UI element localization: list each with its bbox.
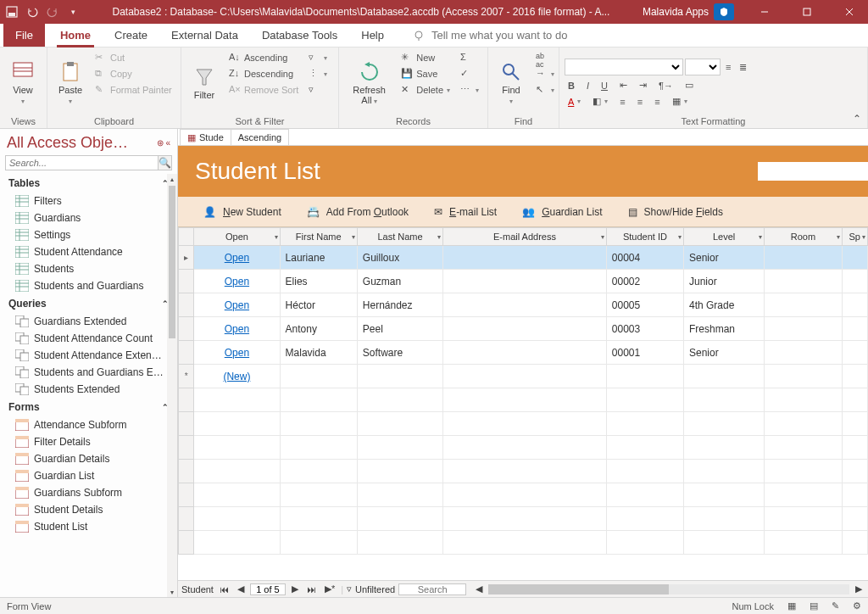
row-selector[interactable] [179, 317, 194, 341]
open-link[interactable]: Open [225, 252, 249, 264]
recnav-search-input[interactable] [398, 583, 466, 595]
recnav-first-button[interactable]: ⏮ [217, 584, 231, 594]
format-painter-button[interactable]: ✎Format Painter [92, 83, 175, 97]
column-header[interactable]: Student ID▾ [606, 228, 683, 246]
open-link[interactable]: Open [225, 347, 249, 359]
nav-item[interactable]: Guardians Extended [0, 313, 177, 330]
view-form-icon[interactable]: ▦ [787, 600, 796, 611]
nav-item[interactable]: Student Details [0, 501, 177, 518]
scroll-up-icon[interactable]: ▴ [169, 174, 175, 184]
row-selector[interactable] [179, 293, 194, 317]
hscroll-left-button[interactable]: ◀ [473, 583, 485, 594]
remove-sort-button[interactable]: A×Remove Sort [225, 83, 302, 97]
view-design-icon[interactable]: ⚙ [853, 600, 861, 611]
hscroll-track[interactable] [488, 584, 849, 594]
gridlines-button[interactable]: ▦▾ [669, 95, 691, 108]
open-link[interactable]: Open [225, 299, 249, 311]
column-header[interactable]: Last Name▾ [357, 228, 442, 246]
row-selector[interactable]: * [179, 365, 194, 388]
column-header[interactable]: First Name▾ [280, 228, 357, 246]
table-row[interactable]: ▸OpenLaurianeGuilloux00004Senior [179, 246, 868, 270]
recnav-position-input[interactable] [250, 583, 286, 595]
open-link[interactable]: Open [225, 323, 249, 335]
save-record-button[interactable]: 💾Save [398, 67, 453, 81]
totals-button[interactable]: Σ [457, 51, 482, 64]
nav-item[interactable]: Guardian Details [0, 450, 177, 467]
new-student-button[interactable]: 👤New Student [203, 206, 281, 218]
nav-item[interactable]: Attendance Subform [0, 416, 177, 433]
row-selector[interactable]: ▸ [179, 246, 194, 270]
indent-dec-button[interactable]: ⇤ [616, 79, 631, 92]
doc-tab-ascending[interactable]: Ascending [231, 129, 289, 145]
tab-create[interactable]: Create [103, 24, 159, 47]
nav-item[interactable]: Student Attendance Count [0, 330, 177, 347]
row-selector[interactable] [179, 341, 194, 365]
guardian-list-button[interactable]: 👥Guardian List [522, 206, 602, 218]
tab-database-tools[interactable]: Database Tools [250, 24, 349, 47]
ascending-button[interactable]: A↓Ascending [225, 51, 302, 64]
nav-pane-title[interactable]: All Access Obje… ⊛ « [0, 129, 177, 155]
undo-icon[interactable] [25, 5, 39, 19]
recnav-prev-button[interactable]: ◀ [235, 583, 247, 594]
highlight-button[interactable]: ▭ [682, 79, 697, 92]
font-color-button[interactable]: A▾ [565, 95, 584, 108]
italic-button[interactable]: I [583, 79, 593, 92]
nav-item[interactable]: Students and Guardians [0, 277, 177, 294]
find-button[interactable]: Find▾ [493, 51, 529, 115]
column-header[interactable]: Sp▾ [842, 228, 867, 246]
selection-filter-button[interactable]: ▿▾ [305, 51, 331, 64]
recnav-next-button[interactable]: ▶ [289, 583, 301, 594]
close-button[interactable] [831, 0, 868, 24]
delete-record-button[interactable]: ✕Delete ▾ [398, 83, 453, 97]
nav-item[interactable]: Students Extended [0, 381, 177, 398]
chevron-down-icon[interactable]: ⊛ « [157, 138, 170, 148]
add-from-outlook-button[interactable]: 📇Add From Outlook [307, 206, 409, 218]
new-link[interactable]: (New) [223, 371, 250, 382]
font-size-select[interactable] [685, 59, 721, 75]
column-header[interactable]: Open▾ [194, 228, 280, 246]
toggle-filter-button[interactable]: ▿ [305, 83, 331, 97]
recnav-filter-status[interactable]: Unfiltered [355, 584, 395, 594]
email-list-button[interactable]: ✉E-mail List [434, 206, 497, 218]
save-icon[interactable] [5, 5, 19, 19]
column-header[interactable]: Level▾ [684, 228, 765, 246]
table-row[interactable]: OpenEliesGuzman00002Junior [179, 270, 868, 293]
select-all-cell[interactable] [179, 228, 194, 246]
maximize-button[interactable] [788, 0, 826, 24]
nav-item[interactable]: Settings [0, 226, 177, 243]
collapse-ribbon-icon[interactable]: ⌃ [853, 113, 861, 125]
table-row[interactable]: OpenAntonyPeel00003Freshman [179, 317, 868, 341]
nav-item[interactable]: Filter Details [0, 433, 177, 450]
nav-item[interactable]: Students and Guardians E… [0, 364, 177, 381]
scroll-thumb[interactable] [169, 186, 175, 338]
fill-color-button[interactable]: ◧▾ [589, 95, 611, 108]
view-datasheet-icon[interactable]: ▤ [810, 600, 818, 611]
table-row[interactable]: OpenHéctorHernández000054th Grade [179, 293, 868, 317]
nav-group-header[interactable]: Tables⌃ [0, 174, 177, 193]
nav-item[interactable]: Student List [0, 518, 177, 535]
form-header-search[interactable] [758, 162, 868, 181]
nav-item[interactable]: Guardian List [0, 467, 177, 484]
tellme-input[interactable] [431, 29, 618, 42]
copy-button[interactable]: ⧉Copy [92, 67, 175, 81]
refresh-all-button[interactable]: Refresh All ▾ [344, 51, 394, 115]
column-header[interactable]: E-mail Address▾ [443, 228, 607, 246]
spelling-button[interactable]: ✓ [457, 67, 482, 81]
open-link[interactable]: Open [225, 276, 249, 287]
replace-button[interactable]: abac [532, 51, 558, 64]
underline-button[interactable]: U [598, 79, 611, 92]
nav-item[interactable]: Student Attendance Exten… [0, 347, 177, 364]
bold-button[interactable]: B [565, 79, 578, 92]
align-right-button[interactable]: ≡ [651, 95, 663, 108]
font-family-select[interactable] [565, 59, 683, 75]
file-tab[interactable]: File [3, 24, 45, 47]
paste-button[interactable]: Paste▾ [53, 51, 88, 115]
hscroll-right-button[interactable]: ▶ [853, 583, 865, 594]
nav-item[interactable]: Filters [0, 193, 177, 209]
ltr-button[interactable]: ¶→ [655, 79, 676, 92]
redo-icon[interactable] [46, 5, 59, 19]
indent-inc-button[interactable]: ⇥ [636, 79, 650, 92]
tab-home[interactable]: Home [48, 24, 103, 47]
advanced-filter-button[interactable]: ⋮▾ [305, 67, 331, 81]
view-layout-icon[interactable]: ✎ [832, 600, 839, 611]
